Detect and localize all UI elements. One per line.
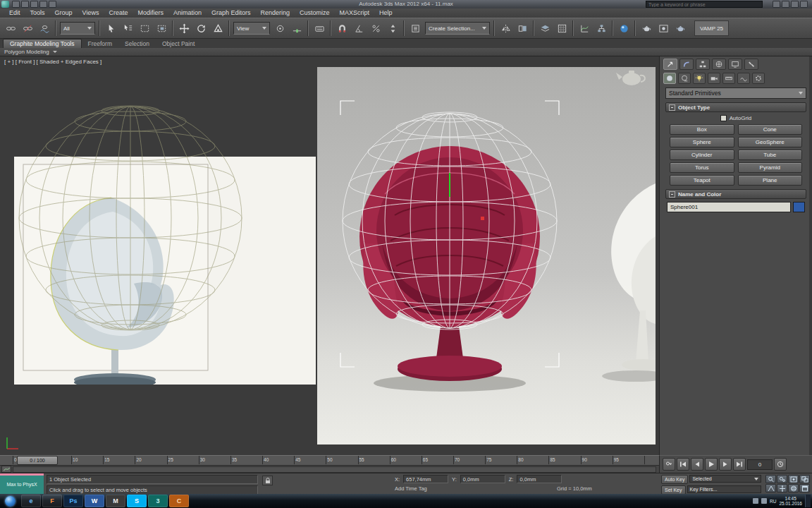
taskbar-app-3dsmax[interactable]: 3: [148, 495, 168, 507]
reference-coordinate-dropdown[interactable]: View: [233, 22, 270, 35]
orbit-icon[interactable]: [788, 484, 799, 492]
tab-freeform[interactable]: Freeform: [82, 40, 118, 48]
box-button[interactable]: Box: [670, 124, 734, 135]
favorites-icon[interactable]: [791, 1, 799, 8]
object-color-swatch[interactable]: [793, 202, 805, 212]
select-and-manipulate-icon[interactable]: [289, 20, 304, 36]
save-file-icon[interactable]: [30, 1, 38, 8]
taskbar-app-word[interactable]: W: [85, 495, 104, 507]
material-editor-icon[interactable]: [616, 20, 632, 36]
percent-snap-icon[interactable]: [368, 20, 383, 36]
render-setup-icon[interactable]: [639, 20, 654, 36]
menu-tools[interactable]: Tools: [25, 8, 50, 18]
ribbon-panel-polygon-modeling[interactable]: Polygon Modeling: [0, 48, 812, 56]
track-bar-lane[interactable]: [13, 466, 656, 473]
current-frame-field[interactable]: 0: [747, 459, 773, 470]
search-icon[interactable]: [773, 1, 780, 8]
go-to-end-button[interactable]: [733, 458, 746, 471]
viewport-canvas[interactable]: [ + ] [ Front ] [ Shaded + Edged Faces ]: [0, 56, 659, 455]
taskbar-app-c[interactable]: C: [169, 495, 189, 507]
menu-create[interactable]: Create: [104, 8, 133, 18]
play-button[interactable]: [705, 458, 718, 471]
tray-network-icon[interactable]: [761, 498, 767, 504]
taskbar-app-m[interactable]: M: [106, 495, 125, 507]
object-type-rollout-header[interactable]: Object Type: [665, 102, 806, 112]
taskbar-app-skype[interactable]: S: [127, 495, 147, 507]
time-slider-handle[interactable]: 0 / 100: [17, 456, 58, 465]
menu-graph-editors[interactable]: Graph Editors: [207, 8, 256, 18]
systems-category-icon[interactable]: [752, 73, 765, 84]
command-panel-scrollbar[interactable]: [809, 56, 812, 455]
viewport-label[interactable]: [ + ] [ Front ] [ Shaded + Edged Faces ]: [4, 59, 102, 65]
select-and-move-icon[interactable]: [176, 20, 192, 36]
use-pivot-center-icon[interactable]: [272, 20, 288, 36]
sphere-button[interactable]: Sphere: [670, 137, 734, 147]
teapot-button[interactable]: Teapot: [670, 175, 734, 186]
lights-category-icon[interactable]: [693, 73, 706, 84]
taskbar-app-browser[interactable]: e: [21, 495, 41, 507]
select-and-link-icon[interactable]: [3, 20, 18, 36]
named-selection-sets-icon[interactable]: [407, 20, 423, 36]
taskbar-app-firefox[interactable]: F: [42, 495, 62, 507]
graphite-toggle-icon[interactable]: [554, 20, 570, 36]
menu-help[interactable]: Help: [374, 8, 398, 18]
pan-icon[interactable]: [777, 484, 787, 492]
cameras-category-icon[interactable]: [708, 73, 720, 84]
select-and-rotate-icon[interactable]: [193, 20, 209, 36]
display-tab-icon[interactable]: [728, 59, 742, 70]
x-coordinate-field[interactable]: 657,74mm: [403, 475, 448, 483]
snaps-toggle-icon[interactable]: [334, 20, 350, 36]
align-icon[interactable]: [515, 20, 530, 36]
cylinder-button[interactable]: Cylinder: [670, 150, 734, 160]
keyboard-override-icon[interactable]: [312, 20, 327, 36]
spacewarps-category-icon[interactable]: [737, 73, 750, 84]
rectangular-selection-icon[interactable]: [137, 20, 152, 36]
zoom-icon[interactable]: [765, 475, 776, 483]
bind-to-spacewarp-icon[interactable]: [37, 20, 52, 36]
taskbar-clock[interactable]: 14:45 25.01.2016: [779, 496, 802, 507]
selection-lock-icon[interactable]: [262, 476, 273, 485]
y-coordinate-field[interactable]: 0,0mm: [460, 475, 505, 483]
unlink-selection-icon[interactable]: [20, 20, 35, 36]
language-indicator[interactable]: RU: [770, 499, 776, 504]
menu-customize[interactable]: Customize: [295, 8, 335, 18]
app-logo-icon[interactable]: [1, 1, 9, 8]
tab-graphite-modeling-tools[interactable]: Graphite Modeling Tools: [3, 39, 82, 48]
add-time-tag[interactable]: Add Time Tag: [395, 485, 427, 492]
help-icon[interactable]: [800, 1, 808, 8]
select-by-name-icon[interactable]: [120, 20, 135, 36]
tray-volume-icon[interactable]: [753, 498, 758, 504]
next-frame-button[interactable]: [719, 458, 732, 471]
select-object-icon[interactable]: [103, 20, 118, 36]
tube-button[interactable]: Tube: [738, 150, 803, 160]
previous-frame-button[interactable]: [691, 458, 703, 471]
undo-icon[interactable]: [39, 1, 47, 8]
plane-button[interactable]: Plane: [738, 175, 803, 186]
new-file-icon[interactable]: [12, 1, 20, 8]
curve-editor-icon[interactable]: [577, 20, 592, 36]
time-configuration-button[interactable]: [774, 458, 787, 471]
menu-rendering[interactable]: Rendering: [256, 8, 295, 18]
menu-views[interactable]: Views: [78, 8, 104, 18]
mirror-icon[interactable]: [498, 20, 513, 36]
shapes-category-icon[interactable]: [678, 73, 691, 84]
object-name-field[interactable]: Sphere001: [667, 202, 791, 212]
set-key-toggle-icon[interactable]: [663, 458, 675, 471]
window-crossing-icon[interactable]: [154, 20, 169, 36]
menu-modifiers[interactable]: Modifiers: [133, 8, 168, 18]
show-desktop-button[interactable]: [805, 495, 811, 507]
name-color-rollout-header[interactable]: Name and Color: [665, 189, 806, 199]
geosphere-button[interactable]: GeoSphere: [738, 137, 803, 147]
communication-center-icon[interactable]: [782, 1, 789, 8]
schematic-view-icon[interactable]: [593, 20, 609, 36]
layer-manager-icon[interactable]: [537, 20, 553, 36]
field-of-view-icon[interactable]: [765, 484, 776, 492]
utilities-tab-icon[interactable]: [744, 59, 758, 70]
spinner-snap-icon[interactable]: [385, 20, 400, 36]
torus-button[interactable]: Torus: [670, 162, 734, 173]
render-production-icon[interactable]: [672, 20, 688, 36]
track-bar[interactable]: [0, 465, 659, 473]
key-filters-button[interactable]: Key Filters...: [687, 485, 761, 493]
zoom-all-icon[interactable]: [777, 475, 787, 483]
toolbar-plugin-label[interactable]: VAMP 25: [694, 20, 729, 36]
